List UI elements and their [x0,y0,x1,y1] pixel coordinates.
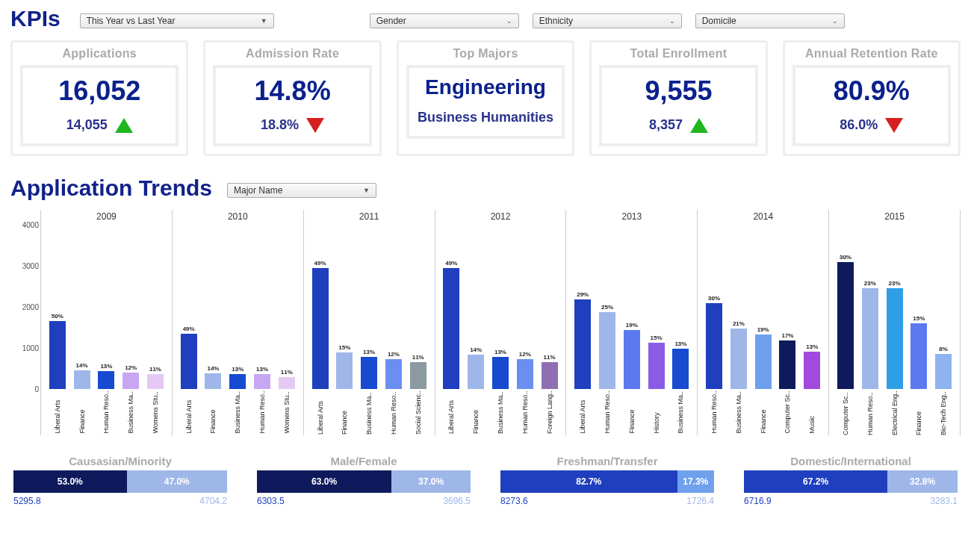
bar[interactable]: 49% [443,260,459,389]
bar[interactable]: 12% [122,364,139,389]
bar-pct: 21% [733,320,745,327]
bar[interactable]: 49% [181,326,197,389]
kpi-header: KPIs This Year vs Last Year ▼ Gender⌄ Et… [10,6,961,36]
stack-val-a: 6716.9 [744,496,772,506]
trends-select[interactable]: Major Name ▼ [227,183,376,198]
bar-rect [887,288,903,389]
bar[interactable]: 50% [49,313,66,389]
x-label: Business Ma.. [361,391,377,435]
x-label: Finance [755,391,772,434]
demographic-stack[interactable]: Causasian/Minority 53.0% 47.0% 5295.8 47… [13,455,227,506]
year-panel: 2014 30% 21% 19% 17% [697,210,828,435]
bar-rect [574,299,591,389]
bar-pct: 15% [913,315,925,322]
demographic-stack[interactable]: Male/Female 63.0% 37.0% 6303.5 3696.5 [257,455,471,506]
bar[interactable]: 19% [755,326,772,389]
bar[interactable]: 11% [279,369,295,390]
bar[interactable]: 21% [730,320,747,389]
kpi-card[interactable]: Annual Retention Rate 80.9% 86.0% [783,40,961,156]
filter-ethnicity[interactable]: Ethnicity⌄ [533,13,682,28]
bar[interactable]: 13% [361,349,377,389]
x-label: Liberal Arts [312,391,329,435]
demographic-stack[interactable]: Domestic/International 67.2% 32.8% 6716.… [744,455,958,506]
kpi-card[interactable]: Top Majors Engineering Business Humaniti… [397,40,574,156]
bar[interactable]: 17% [779,332,795,389]
bar[interactable]: 30% [706,295,722,390]
bar-pct: 23% [864,280,876,287]
bar-rect [122,373,139,389]
bar[interactable]: 11% [542,354,558,389]
bar[interactable]: 8% [935,346,952,389]
filter-domicile[interactable]: Domicile⌄ [695,13,845,28]
kpi-label: Admission Rate [213,47,371,60]
bar-pct: 13% [806,343,818,350]
bar-rect [49,321,66,389]
bar[interactable]: 13% [229,366,246,389]
bar-rect [779,340,795,389]
x-label: Womens Stu.. [147,391,164,434]
bar[interactable]: 11% [147,366,164,389]
bar-pct: 19% [757,326,769,333]
kpi-subvalue: 14,055 [66,117,108,133]
stack-val-b: 4704.2 [199,496,227,506]
kpi-card[interactable]: Total Enrollment 9,555 8,357 [589,40,767,156]
y-axis: 01000200030004000 [10,210,40,441]
bar[interactable]: 14% [205,365,221,389]
bar-pct: 13% [100,363,112,370]
bar-pct: 29% [577,291,589,298]
chevron-down-icon: ▼ [261,17,267,25]
bar-rect [672,349,689,389]
arrow-up-icon [690,118,708,133]
year-panel: 2015 30% 23% 23% 15% [828,210,961,435]
chart-panels: 2009 50% 14% 13% 12% [40,210,961,435]
bar[interactable]: 29% [574,291,591,389]
arrow-down-icon [306,118,324,133]
kpi-card[interactable]: Applications 16,052 14,055 [10,40,188,156]
filter-gender[interactable]: Gender⌄ [370,13,519,28]
kpi-label: Applications [20,47,179,60]
bar[interactable]: 15% [910,315,927,389]
trends-chart: 01000200030004000 2009 50% 14% 13% 12% [10,210,961,441]
bar-pct: 13% [494,349,506,355]
demographic-stack[interactable]: Freshman/Transfer 82.7% 17.3% 8273.6 172… [500,455,714,506]
chevron-down-icon: ⌄ [669,17,675,25]
year-panel: 2010 49% 14% 13% 13% [172,210,303,435]
bar[interactable]: 30% [837,254,854,390]
bar-rect [279,377,295,390]
bar[interactable]: 12% [517,351,533,389]
bar[interactable]: 13% [254,366,270,389]
bar[interactable]: 19% [624,322,640,389]
year-label: 2014 [698,210,828,225]
bar-pct: 14% [76,362,88,369]
kpi-row: Applications 16,052 14,055 Admission Rat… [10,40,961,156]
bar-pct: 15% [651,335,663,341]
bar[interactable]: 23% [887,280,903,389]
x-label: Business Ma.. [122,391,139,434]
stack-seg-b: 32.8% [887,470,958,493]
bar[interactable]: 23% [862,280,878,389]
bar-pct: 8% [939,346,948,352]
bar[interactable]: 14% [468,346,484,389]
bar[interactable]: 13% [492,349,509,389]
bar[interactable]: 15% [336,344,353,390]
bar[interactable]: 13% [804,343,820,389]
kpi-label: Total Enrollment [599,47,757,60]
bar[interactable]: 13% [98,363,114,389]
x-label: Social Scienc.. [410,391,426,435]
stack-val-b: 3696.5 [443,496,471,506]
year-label: 2010 [173,210,303,225]
bar[interactable]: 12% [385,351,402,389]
x-label: Finance [468,391,484,434]
bar[interactable]: 11% [410,354,426,389]
kpi-value: 16,052 [31,75,168,107]
bar[interactable]: 15% [648,335,665,389]
bar[interactable]: 13% [672,340,689,389]
x-label: Human Reso.. [517,391,533,434]
bar[interactable]: 25% [599,304,615,389]
period-select[interactable]: This Year vs Last Year ▼ [80,13,274,28]
kpi-card[interactable]: Admission Rate 14.8% 18.8% [203,40,381,156]
stack-seg-b: 47.0% [127,470,227,493]
bar[interactable]: 14% [74,362,90,389]
bar-rect [648,343,665,389]
bar[interactable]: 49% [312,260,329,389]
